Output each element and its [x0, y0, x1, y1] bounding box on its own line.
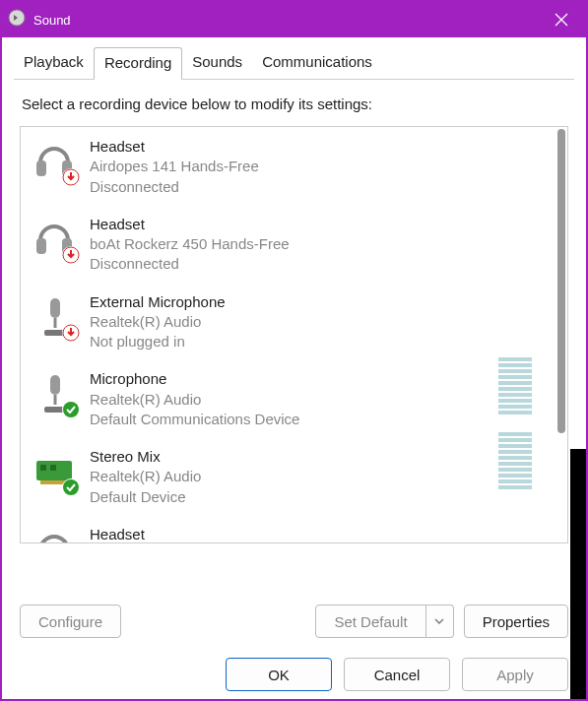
device-description: Realtek(R) Audio [90, 467, 201, 486]
headset-icon [31, 215, 78, 262]
scrollbar[interactable] [552, 129, 565, 541]
down-arrow-badge-icon [62, 168, 80, 186]
device-name: Headset [90, 137, 259, 157]
ok-button[interactable]: OK [226, 658, 332, 691]
properties-button[interactable]: Properties [464, 605, 568, 638]
titlebar: Sound [2, 2, 586, 37]
device-description: Realtek(R) Audio [90, 312, 226, 332]
headset-icon [31, 525, 78, 542]
window-shadow-edge [570, 449, 586, 699]
device-description: Realtek(R) Audio [90, 390, 299, 410]
down-arrow-badge-icon [62, 324, 80, 342]
sound-window: Sound Playback Recording Sounds Communic… [0, 0, 588, 701]
svg-rect-7 [50, 298, 60, 318]
device-name: External Microphone [90, 292, 226, 312]
svg-rect-4 [36, 238, 46, 254]
device-status: Default Device [90, 487, 201, 507]
device-item[interactable]: MicrophoneRealtek(R) AudioDefault Commun… [21, 359, 548, 437]
mic-stand-icon [31, 369, 78, 416]
svg-point-12 [63, 402, 79, 417]
content-area: Playback Recording Sounds Communications… [2, 47, 586, 701]
level-meter [498, 432, 532, 489]
device-status: Not plugged in [90, 332, 226, 351]
apply-button[interactable]: Apply [462, 658, 568, 691]
soundcard-icon [31, 447, 78, 494]
set-default-button[interactable]: Set Default [315, 605, 425, 638]
device-item[interactable]: External MicrophoneRealtek(R) AudioNot p… [21, 283, 548, 360]
level-meter [498, 357, 532, 414]
window-title: Sound [33, 13, 71, 28]
scroll-thumb[interactable] [557, 129, 565, 433]
down-arrow-badge-icon [62, 246, 80, 264]
svg-rect-14 [40, 465, 46, 471]
device-description: Airdopes 141 Hands-Free [90, 157, 259, 176]
device-name: Stereo Mix [90, 447, 201, 467]
cancel-button[interactable]: Cancel [344, 658, 450, 691]
device-item[interactable]: Stereo MixRealtek(R) AudioDefault Device [21, 437, 548, 515]
device-name: Headset [90, 525, 208, 542]
set-default-split[interactable]: Set Default [315, 605, 453, 638]
device-item[interactable]: HeadsetboAt Rockerz 450 Hands-FreeDiscon… [21, 205, 548, 283]
tab-communications[interactable]: Communications [252, 47, 382, 79]
device-status: Disconnected [90, 177, 259, 197]
configure-button[interactable]: Configure [20, 605, 121, 638]
device-status: Disconnected [90, 254, 290, 274]
sound-icon [8, 9, 26, 31]
mic-stand-icon [31, 292, 78, 340]
device-status: Default Communications Device [90, 410, 299, 429]
tab-playback[interactable]: Playback [14, 47, 94, 79]
check-badge-icon [62, 478, 80, 496]
tab-recording[interactable]: Recording [94, 47, 182, 80]
svg-rect-1 [36, 160, 46, 176]
tab-sounds[interactable]: Sounds [182, 47, 252, 79]
tab-strip: Playback Recording Sounds Communications [14, 47, 574, 80]
device-description: boAt Rockerz 450 Hands-Free [90, 234, 290, 254]
svg-rect-10 [50, 375, 60, 395]
device-list: HeadsetAirdopes 141 Hands-FreeDisconnect… [20, 126, 568, 543]
device-name: Headset [90, 215, 290, 234]
device-item[interactable]: HeadsetAirdopes 141 Hands-FreeDisconnect… [21, 127, 548, 205]
device-item[interactable]: HeadsetRockerz 255 Pro+Disconnected [21, 515, 548, 542]
chevron-down-icon[interactable] [426, 605, 454, 638]
check-badge-icon [62, 401, 80, 418]
device-name: Microphone [90, 369, 299, 389]
instruction-text: Select a recording device below to modif… [22, 96, 566, 112]
svg-rect-15 [50, 465, 56, 471]
svg-point-17 [63, 479, 79, 495]
close-button[interactable] [539, 4, 584, 35]
headset-icon [31, 137, 78, 184]
